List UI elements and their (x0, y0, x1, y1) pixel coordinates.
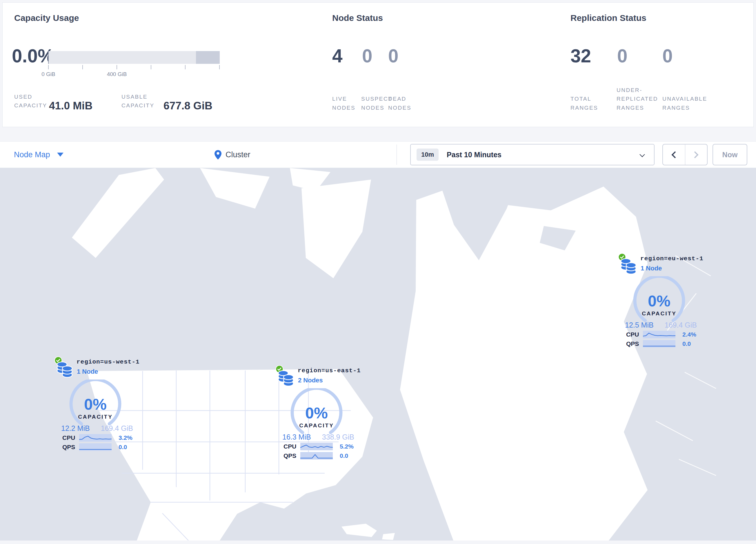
region-marker-eu-west-1[interactable]: region=eu-west-1 1 Node 0% CAPACITY 12.5… (618, 253, 705, 349)
chevron-left-icon (672, 151, 679, 158)
capacity-usage-percent: 0.0% (12, 47, 54, 65)
qps-label: QPS (626, 340, 643, 347)
caret-down-icon (57, 153, 63, 157)
cpu-value: 2.4% (682, 331, 696, 338)
chevron-down-icon (639, 152, 645, 157)
region-name: region=eu-west-1 (640, 255, 704, 262)
time-step-back-button[interactable] (663, 144, 685, 165)
capacity-axis-tick (151, 65, 151, 69)
unavailable-ranges-label: UNAVAILABLE RANGES (662, 95, 707, 112)
time-step-forward-button[interactable] (685, 144, 707, 165)
time-step-buttons (662, 144, 708, 165)
qps-label: QPS (283, 452, 300, 459)
database-stack-icon (57, 361, 73, 378)
usable-capacity-label: USABLE CAPACITY (121, 92, 155, 110)
now-button[interactable]: Now (713, 144, 747, 165)
time-range-label: Past 10 Minutes (447, 150, 501, 159)
region-name: region=us-east-1 (298, 367, 361, 374)
dead-nodes-value: 0 (388, 47, 399, 65)
region-name: region=us-west-1 (77, 359, 140, 365)
region-marker-us-east-1[interactable]: region=us-east-1 2 Nodes 0% CAPACITY 16.… (275, 365, 362, 461)
region-used-capacity: 12.2 MiB (61, 424, 90, 433)
capacity-axis-label-400: 400 GiB (99, 71, 134, 77)
map-toolbar: Node Map Cluster 10m Past 10 Minutes Now (0, 141, 756, 168)
capacity-axis-tick (82, 65, 83, 69)
region-capacity-label: CAPACITY (275, 423, 358, 429)
region-node-count: 1 Node (641, 264, 662, 272)
capacity-usage-title: Capacity Usage (14, 13, 79, 23)
cpu-value: 5.2% (340, 443, 354, 450)
qps-sparkline (79, 443, 112, 451)
capacity-bar-reserved-segment (196, 51, 220, 64)
region-capacity-label: CAPACITY (618, 311, 700, 317)
time-range-dropdown[interactable]: 10m Past 10 Minutes (410, 144, 655, 165)
map-pin-icon (215, 150, 221, 159)
capacity-axis-tick (219, 65, 220, 69)
cluster-summary-panel: Capacity Usage 0.0% 0 GiB 400 GiB USED C… (2, 2, 754, 127)
region-capacity-percent: 0% (275, 404, 358, 422)
cpu-value: 3.2% (119, 434, 132, 441)
unavailable-ranges-value: 0 (662, 47, 673, 65)
cpu-label: CPU (626, 331, 643, 338)
qps-sparkline (300, 452, 333, 460)
region-node-count: 1 Node (77, 368, 98, 376)
region-node-count: 2 Nodes (298, 377, 323, 384)
qps-sparkline (643, 340, 675, 348)
capacity-usage-bar (48, 51, 220, 64)
qps-label: QPS (62, 444, 79, 451)
capacity-axis-tick (117, 65, 117, 69)
region-capacity-label: CAPACITY (54, 414, 137, 420)
used-capacity-value: 41.0 MiB (49, 100, 92, 112)
region-used-capacity: 12.5 MiB (625, 321, 654, 329)
time-range-badge: 10m (417, 148, 439, 161)
breadcrumb[interactable]: Cluster (215, 141, 250, 168)
capacity-axis-label-0: 0 GiB (31, 71, 66, 77)
capacity-axis-tick (185, 65, 186, 69)
suspect-nodes-label: SUSPECT NODES (361, 95, 392, 112)
qps-value: 0.0 (682, 340, 691, 347)
qps-value: 0.0 (119, 444, 127, 451)
view-selector-dropdown[interactable]: Node Map (14, 141, 63, 168)
view-selector-label: Node Map (14, 150, 50, 159)
region-capacity-percent: 0% (618, 292, 700, 310)
usable-capacity-value: 677.8 GiB (163, 100, 212, 112)
region-usable-capacity: 338.9 GiB (322, 433, 354, 441)
region-capacity-percent: 0% (54, 395, 137, 413)
cpu-sparkline (79, 434, 112, 442)
region-usable-capacity: 169.4 GiB (101, 424, 133, 433)
total-ranges-label: TOTAL RANGES (570, 95, 598, 112)
qps-value: 0.0 (340, 452, 348, 459)
total-ranges-value: 32 (570, 47, 591, 65)
node-map-page: Capacity Usage 0.0% 0 GiB 400 GiB USED C… (0, 0, 756, 544)
database-stack-icon (620, 257, 637, 275)
breadcrumb-cluster-label: Cluster (226, 150, 250, 159)
capacity-axis-tick (48, 65, 49, 69)
database-stack-icon (278, 370, 294, 387)
under-replicated-ranges-value: 0 (617, 47, 628, 65)
node-status-title: Node Status (332, 13, 383, 23)
region-used-capacity: 16.3 MiB (282, 433, 311, 441)
live-nodes-value: 4 (332, 47, 343, 65)
toolbar-divider (397, 144, 397, 165)
replication-status-title: Replication Status (570, 13, 646, 23)
suspect-nodes-value: 0 (362, 47, 372, 65)
live-nodes-label: LIVE NODES (332, 95, 355, 112)
cpu-label: CPU (283, 443, 300, 450)
world-map[interactable]: region=us-west-1 1 Node 0% CAPACITY 12.2… (0, 168, 756, 541)
chevron-right-icon (691, 151, 698, 158)
cpu-label: CPU (62, 434, 79, 441)
capacity-bar-used-segment (48, 51, 49, 64)
cpu-sparkline (643, 331, 675, 338)
used-capacity-label: USED CAPACITY (14, 92, 47, 110)
dead-nodes-label: DEAD NODES (388, 95, 411, 112)
map-background (0, 168, 756, 541)
region-marker-us-west-1[interactable]: region=us-west-1 1 Node 0% CAPACITY 12.2… (54, 356, 141, 453)
region-usable-capacity: 169.4 GiB (665, 321, 697, 329)
under-replicated-ranges-label: UNDER- REPLICATED RANGES (617, 86, 658, 112)
cpu-sparkline (300, 443, 333, 450)
